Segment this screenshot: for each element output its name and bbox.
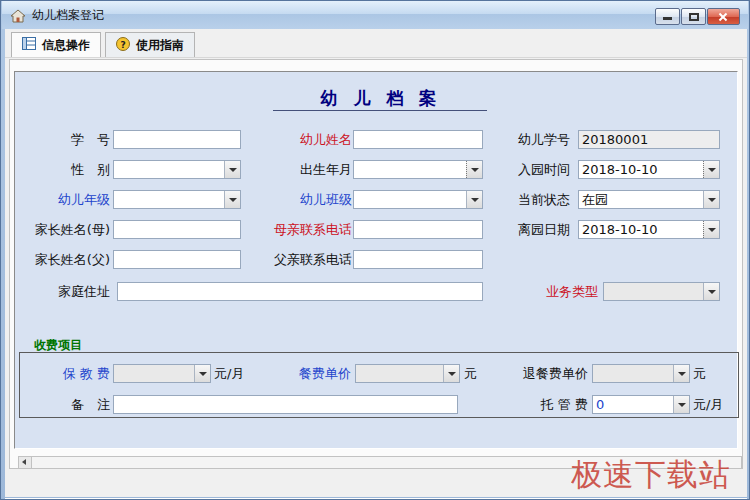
chevron-down-icon — [224, 161, 240, 178]
form-title: 幼 儿 档 案 — [275, 87, 487, 110]
app-window: 幼儿档案登记 信息操作 — [0, 0, 750, 500]
refund-fee-label: 退餐费单价 — [520, 365, 588, 383]
child-name-input[interactable] — [353, 130, 483, 149]
chevron-down-icon — [466, 161, 482, 178]
scroll-left-button[interactable] — [19, 457, 32, 468]
watermark-text: 极速下载站 — [571, 453, 750, 495]
enroll-date-label: 入园时间 — [493, 161, 570, 179]
address-input[interactable] — [117, 282, 483, 301]
note-input[interactable] — [113, 395, 458, 414]
father-name-label: 家长姓名(父) — [15, 251, 110, 269]
chevron-down-icon — [673, 396, 689, 413]
custody-fee-label: 托 管 费 — [520, 396, 588, 414]
minimize-icon — [663, 17, 672, 20]
note-label: 备 注 — [35, 396, 110, 414]
student-no-label: 学 号 — [25, 131, 110, 149]
chevron-down-icon — [703, 161, 719, 178]
leave-date-value: 2018-10-10 — [579, 221, 703, 238]
child-no-label: 幼儿学号 — [493, 131, 570, 149]
status-combobox[interactable]: 在园 — [578, 190, 720, 209]
birth-date-label: 出生年月 — [260, 161, 352, 179]
refund-fee-unit: 元 — [693, 365, 713, 383]
status-label: 当前状态 — [493, 191, 570, 209]
mother-phone-label: 母亲联系电话 — [260, 221, 352, 239]
chevron-down-icon — [703, 191, 719, 208]
chevron-down-icon — [194, 365, 210, 382]
form-title-underline — [273, 110, 487, 111]
care-fee-label: 保 教 费 — [35, 365, 110, 383]
app-icon — [10, 8, 26, 22]
enroll-date-value: 2018-10-10 — [579, 161, 703, 178]
tab-guide-label: 使用指南 — [136, 37, 184, 54]
title-bar: 幼儿档案登记 — [2, 1, 748, 29]
class-label: 幼儿班级 — [260, 191, 352, 209]
leave-date-picker[interactable]: 2018-10-10 — [578, 220, 720, 239]
client-area: 信息操作 ? 使用指南 幼 儿 档 案 学 号 幼儿姓名 幼儿学号 性 别 — [5, 29, 747, 497]
mother-name-input[interactable] — [113, 220, 241, 239]
question-icon: ? — [116, 37, 130, 54]
chevron-down-icon — [224, 191, 240, 208]
tab-strip-divider — [5, 57, 747, 58]
custody-fee-unit: 元/月 — [693, 396, 733, 414]
chevron-down-icon — [703, 221, 719, 238]
grade-combobox[interactable] — [113, 190, 241, 209]
status-value: 在园 — [579, 191, 703, 208]
care-fee-unit: 元/月 — [214, 365, 254, 383]
fee-group-label: 收费项目 — [31, 338, 85, 352]
chevron-down-icon — [703, 283, 719, 300]
chevron-down-icon — [673, 365, 689, 382]
tab-usage-guide[interactable]: ? 使用指南 — [105, 32, 195, 57]
biz-type-combobox[interactable] — [603, 282, 720, 301]
enroll-date-picker[interactable]: 2018-10-10 — [578, 160, 720, 179]
refund-fee-combobox[interactable] — [592, 364, 690, 383]
meal-fee-label: 餐费单价 — [283, 365, 351, 383]
mother-phone-input[interactable] — [353, 220, 483, 239]
mother-name-label: 家长姓名(母) — [15, 221, 110, 239]
child-no-input[interactable] — [578, 130, 720, 149]
care-fee-combobox[interactable] — [113, 364, 211, 383]
window-title: 幼儿档案登记 — [32, 7, 104, 24]
grade-label: 幼儿年级 — [25, 191, 110, 209]
address-label: 家庭住址 — [25, 283, 110, 301]
leave-date-label: 离园日期 — [493, 221, 570, 239]
tab-info-label: 信息操作 — [42, 37, 90, 54]
chevron-down-icon — [466, 191, 482, 208]
birth-date-combobox[interactable] — [353, 160, 483, 179]
tab-info-operation[interactable]: 信息操作 — [11, 32, 101, 57]
student-no-input[interactable] — [113, 130, 241, 149]
custody-fee-value: 0 — [593, 396, 673, 413]
maximize-button[interactable] — [681, 8, 706, 25]
gender-label: 性 别 — [25, 161, 110, 179]
custody-fee-combobox[interactable]: 0 — [592, 395, 690, 414]
child-name-label: 幼儿姓名 — [260, 131, 352, 149]
notebook-icon — [22, 37, 36, 53]
chevron-down-icon — [443, 365, 459, 382]
class-combobox[interactable] — [353, 190, 483, 209]
biz-type-label: 业务类型 — [521, 283, 598, 301]
svg-text:?: ? — [120, 39, 125, 49]
arrow-left-icon — [22, 459, 26, 465]
close-button[interactable] — [707, 8, 740, 25]
minimize-button[interactable] — [655, 8, 680, 25]
father-phone-label: 父亲联系电话 — [260, 251, 352, 269]
meal-fee-unit: 元 — [464, 365, 484, 383]
maximize-icon — [689, 13, 699, 21]
meal-fee-combobox[interactable] — [355, 364, 460, 383]
window-controls — [654, 8, 740, 25]
father-phone-input[interactable] — [353, 250, 483, 269]
father-name-input[interactable] — [113, 250, 241, 269]
gender-combobox[interactable] — [113, 160, 241, 179]
